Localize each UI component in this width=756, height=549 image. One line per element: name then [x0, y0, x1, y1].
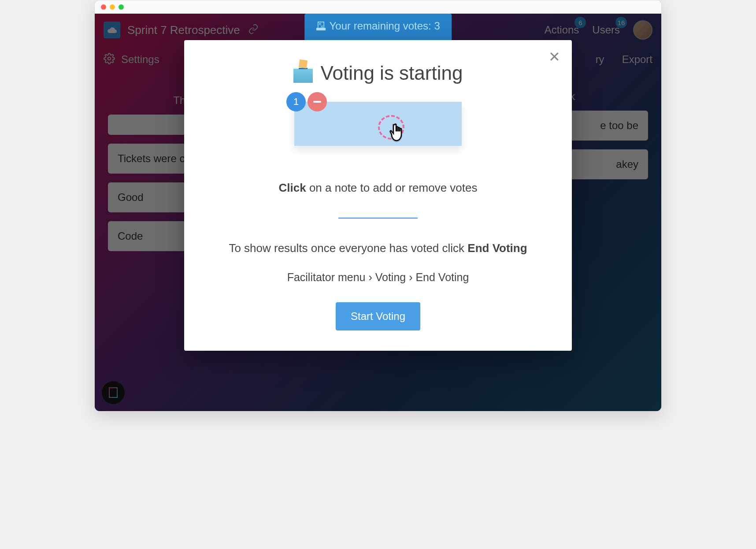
ballot-box-icon — [293, 63, 313, 83]
voting-modal: ✕ Voting is starting 1 Click on a — [184, 40, 572, 351]
remove-vote-icon — [308, 92, 327, 111]
mac-titlebar — [95, 0, 661, 14]
modal-title: Voting is starting — [211, 62, 545, 84]
modal-instruction-2: To show results once everyone has voted … — [211, 241, 545, 255]
app-window: Sprint 7 Retrospective Actions 6 Users 1… — [94, 0, 662, 412]
close-icon[interactable]: ✕ — [548, 50, 560, 64]
window-maximize-icon[interactable] — [119, 4, 124, 10]
window-minimize-icon[interactable] — [110, 4, 115, 10]
modal-menu-path: Facilitator menu › Voting › End Voting — [211, 271, 545, 284]
demo-note-card: 1 — [294, 102, 462, 146]
demo-illustration: 1 — [211, 102, 545, 146]
window-close-icon[interactable] — [101, 4, 106, 10]
modal-title-text: Voting is starting — [321, 62, 463, 84]
vote-count-badge: 1 — [286, 92, 306, 111]
divider — [338, 218, 418, 219]
start-voting-button[interactable]: Start Voting — [336, 302, 420, 330]
modal-instruction-1: Click on a note to add or remove votes — [211, 181, 545, 195]
cursor-icon — [389, 123, 406, 146]
